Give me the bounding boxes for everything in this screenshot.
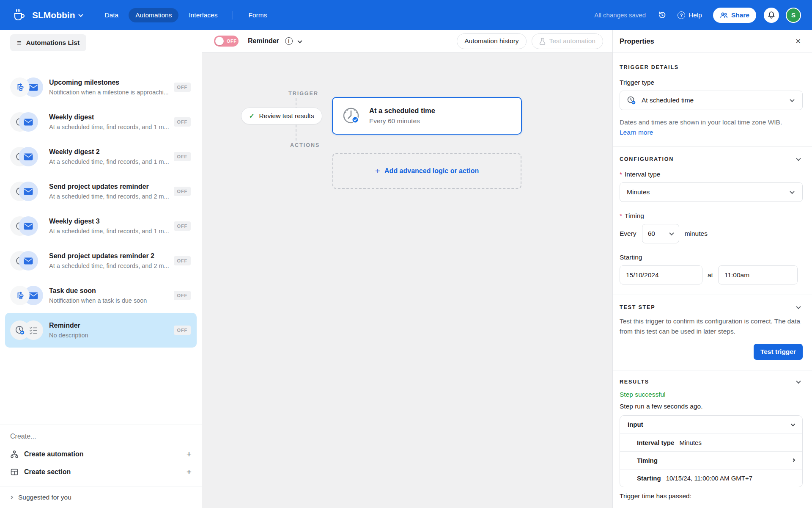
suggested-label: Suggested for you <box>18 494 71 501</box>
status-badge: OFF <box>174 152 191 161</box>
start-date-input[interactable] <box>620 265 702 284</box>
every-value-select[interactable]: 60 <box>642 224 679 243</box>
envelope-icon <box>19 216 38 236</box>
history-icon[interactable] <box>658 11 667 19</box>
hamburger-icon: ≡ <box>17 39 22 47</box>
automation-desc: At a scheduled time, find records, and 1… <box>49 124 174 130</box>
configuration-header: CONFIGURATION <box>620 156 674 162</box>
automation-desc: No description <box>49 332 174 339</box>
collapse-chevron-icon[interactable] <box>796 379 801 384</box>
add-action-label: Add advanced logic or action <box>384 167 479 175</box>
automation-item-selected[interactable]: Reminder No description OFF <box>5 313 197 348</box>
automation-desc: Notification when a milestone is approac… <box>49 89 174 96</box>
clock-check-icon <box>627 96 636 105</box>
test-trigger-button[interactable]: Test trigger <box>754 344 803 360</box>
envelope-icon <box>19 112 38 132</box>
timezone-note: Dates and times are shown in your local … <box>620 118 803 127</box>
close-icon[interactable]: ✕ <box>796 37 801 45</box>
test-automation-label: Test automation <box>549 37 595 45</box>
status-badge: OFF <box>174 291 191 300</box>
status-badge: OFF <box>174 117 191 127</box>
status-badge: OFF <box>174 83 191 92</box>
toggle-knob <box>215 37 224 45</box>
toggle-label: OFF <box>227 39 237 44</box>
create-automation-button[interactable]: Create automation + <box>10 445 192 463</box>
collapse-chevron-icon[interactable] <box>796 304 801 309</box>
info-icon[interactable]: i <box>285 37 293 45</box>
properties-title: Properties <box>620 37 654 45</box>
learn-more-link[interactable]: Learn more <box>620 129 653 136</box>
nav-divider <box>233 11 233 19</box>
envelope-icon <box>19 251 38 271</box>
trigger-card[interactable]: At a scheduled time Every 60 minutes <box>332 97 522 135</box>
suggested-for-you-toggle[interactable]: Suggested for you <box>0 486 202 508</box>
chevron-right-icon <box>792 458 795 462</box>
notifications-button[interactable] <box>764 8 779 23</box>
result-row-timing[interactable]: Timing <box>620 451 802 469</box>
automation-desc: At a scheduled time, find records, and 1… <box>49 158 174 165</box>
trigger-card-title: At a scheduled time <box>369 107 435 115</box>
input-card-header[interactable]: Input <box>620 416 802 433</box>
status-badge: OFF <box>174 221 191 231</box>
automation-title: Weekly digest 3 <box>49 218 174 225</box>
step-run-info: Step run a few seconds ago. <box>620 403 803 410</box>
review-test-results-button[interactable]: ✓ Review test results <box>241 108 322 124</box>
check-icon: ✓ <box>249 112 255 120</box>
tab-forms[interactable]: Forms <box>241 8 274 22</box>
automation-history-button[interactable]: Automation history <box>457 33 526 49</box>
people-icon <box>720 12 728 19</box>
share-label: Share <box>731 11 749 19</box>
automation-item[interactable]: Weekly digest 2 At a scheduled time, fin… <box>5 139 197 174</box>
trigger-details-header: TRIGGER DETAILS <box>620 64 803 70</box>
app-name-menu[interactable]: SLMobbin <box>32 10 82 20</box>
chevron-down-icon[interactable] <box>298 37 302 45</box>
automation-history-label: Automation history <box>464 37 518 45</box>
help-button[interactable]: ? Help <box>678 11 702 19</box>
trigger-type-select[interactable]: At scheduled time <box>620 91 803 110</box>
chevron-down-icon <box>790 189 794 194</box>
automation-canvas: OFF Reminder i Automation history Test a… <box>202 30 612 508</box>
share-button[interactable]: Share <box>713 8 756 23</box>
every-value: 60 <box>648 230 655 237</box>
table-icon <box>10 468 19 476</box>
tab-interfaces[interactable]: Interfaces <box>182 8 224 22</box>
save-status: All changes saved <box>594 11 646 19</box>
automation-title: Task due soon <box>49 287 174 295</box>
avatar[interactable]: S <box>786 8 801 23</box>
clock-check-icon <box>10 320 30 340</box>
automation-item[interactable]: Send project updates reminder At a sched… <box>5 174 197 209</box>
sidebar-footer: Create... Create automation + Create sec… <box>0 425 202 508</box>
question-icon: ? <box>678 11 685 19</box>
automation-enabled-toggle[interactable]: OFF <box>214 36 239 47</box>
minutes-unit-label: minutes <box>685 230 708 237</box>
automations-list-button[interactable]: ≡ Automations List <box>10 34 86 51</box>
create-header: Create... <box>10 433 192 440</box>
automation-title: Send project updates reminder 2 <box>49 252 174 260</box>
tab-data[interactable]: Data <box>98 8 125 22</box>
trigger-card-subtitle: Every 60 minutes <box>369 117 435 125</box>
tab-automations[interactable]: Automations <box>129 8 178 22</box>
chevron-down-icon <box>790 422 795 426</box>
add-action-button[interactable]: + Add advanced logic or action <box>332 153 521 189</box>
automation-title: Reminder <box>49 322 174 329</box>
nav-tabs: Data Automations Interfaces Forms <box>98 8 274 22</box>
test-automation-button[interactable]: Test automation <box>532 33 603 49</box>
test-step-description: Test this trigger to confirm its configu… <box>620 316 803 336</box>
create-automation-label: Create automation <box>24 450 181 458</box>
create-section-button[interactable]: Create section + <box>10 463 192 481</box>
divider <box>613 146 812 147</box>
automation-item[interactable]: Upcoming milestones Notification when a … <box>5 70 197 105</box>
interval-type-select[interactable]: Minutes <box>620 182 803 202</box>
automation-item[interactable]: Weekly digest At a scheduled time, find … <box>5 105 197 139</box>
trigger-time-passed-label: Trigger time has passed: <box>620 492 803 500</box>
result-row-interval-type: Interval type Minutes <box>620 433 802 451</box>
automation-item[interactable]: Weekly digest 3 At a scheduled time, fin… <box>5 209 197 243</box>
top-nav: SLMobbin Data Automations Interfaces For… <box>0 0 812 30</box>
automations-sidebar: ≡ Automations List <box>0 30 202 508</box>
automation-item[interactable]: Task due soon Notification when a task i… <box>5 278 197 313</box>
envelope-icon <box>19 147 38 166</box>
collapse-chevron-icon[interactable] <box>796 156 801 161</box>
every-label: Every <box>620 230 636 237</box>
automation-item[interactable]: Send project updates reminder 2 At a sch… <box>5 243 197 278</box>
start-time-input[interactable] <box>718 265 798 284</box>
